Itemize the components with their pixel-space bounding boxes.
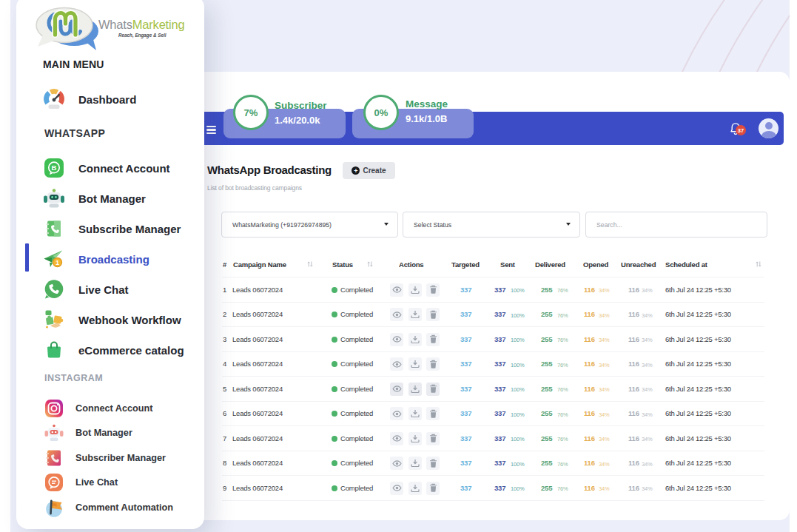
svg-text:WhatsMarketing: WhatsMarketing <box>98 18 184 31</box>
svg-text:Reach, Engage & Sell: Reach, Engage & Sell <box>118 33 167 38</box>
svg-text:B: B <box>52 164 57 172</box>
svg-text:1: 1 <box>56 259 59 266</box>
